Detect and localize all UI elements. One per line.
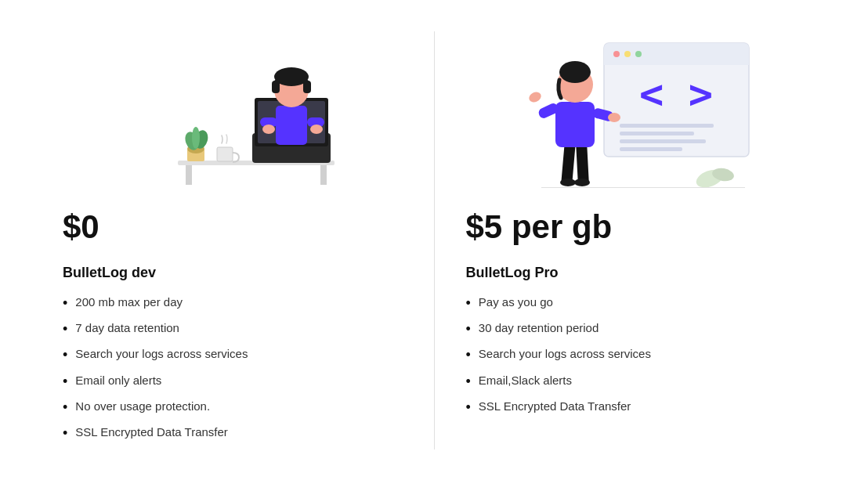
svg-point-14 [262, 125, 275, 134]
svg-rect-29 [620, 124, 714, 128]
svg-rect-1 [186, 165, 192, 185]
svg-point-11 [274, 67, 309, 86]
dev-feature-list: 200 mb max per day 7 day data retention … [63, 294, 403, 449]
svg-rect-16 [217, 147, 233, 161]
dev-plan-name: BulletLog dev [63, 265, 403, 281]
svg-point-21 [192, 127, 200, 149]
dev-illustration [63, 31, 403, 188]
svg-rect-37 [555, 102, 595, 147]
svg-rect-30 [620, 132, 694, 135]
pro-pricing-card: < > [435, 16, 837, 465]
svg-point-41 [527, 90, 543, 104]
svg-text:< >: < > [639, 70, 713, 117]
svg-rect-2 [320, 165, 327, 185]
svg-point-43 [608, 113, 620, 122]
dev-price: $0 [63, 208, 403, 246]
svg-point-35 [560, 179, 576, 186]
svg-rect-31 [620, 139, 706, 143]
list-item: No over usage protection. [63, 398, 403, 417]
list-item: 200 mb max per day [63, 294, 403, 313]
list-item: Email,Slack alerts [466, 372, 806, 392]
dev-pricing-card: $0 BulletLog dev 200 mb max per day 7 da… [31, 16, 434, 465]
list-item: Email only alerts [63, 372, 403, 392]
pro-feature-list: Pay as you go 30 day retention period Se… [466, 294, 806, 424]
list-item: Search your logs across services [63, 345, 403, 365]
pro-plan-name: BulletLog Pro [466, 265, 806, 281]
pricing-container: $0 BulletLog dev 200 mb max per day 7 da… [0, 0, 868, 481]
svg-point-36 [574, 179, 590, 186]
list-item: SSL Encrypted Data Transfer [466, 398, 806, 417]
svg-point-25 [613, 51, 620, 57]
list-item: 30 day retention period [466, 320, 806, 339]
svg-point-15 [310, 125, 323, 134]
svg-rect-7 [276, 106, 307, 145]
svg-point-39 [559, 61, 591, 83]
svg-point-27 [635, 51, 642, 57]
svg-rect-32 [620, 147, 682, 151]
list-item: Pay as you go [466, 294, 806, 313]
pro-illustration: < > [466, 31, 806, 188]
svg-point-26 [624, 51, 631, 57]
list-item: SSL Encrypted Data Transfer [63, 424, 403, 443]
list-item: 7 day data retention [63, 320, 403, 339]
list-item: Search your logs across services [466, 345, 806, 365]
svg-rect-24 [604, 59, 749, 65]
pro-price: $5 per gb [466, 208, 806, 246]
